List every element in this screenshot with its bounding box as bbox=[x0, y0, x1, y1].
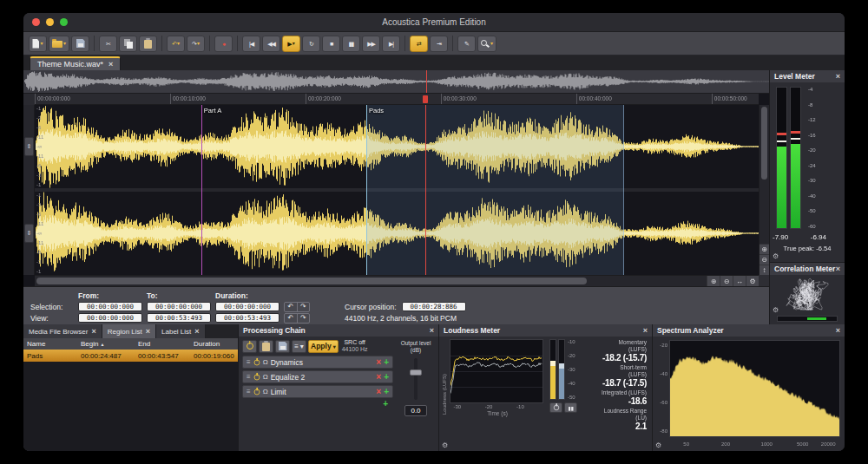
selection-duration-field[interactable]: 00:00:00:000 bbox=[215, 302, 279, 311]
channel-2-resize-handle[interactable]: ⇕ bbox=[24, 224, 34, 243]
close-level-meter-icon[interactable]: × bbox=[836, 72, 840, 81]
drag-handle-icon[interactable]: ≡ bbox=[247, 373, 251, 381]
playhead-handle[interactable] bbox=[423, 95, 428, 103]
new-file-button[interactable]: ▾ bbox=[29, 36, 47, 52]
waveform-area[interactable]: -1-3-6-11-∞-11-6-3-1 -1-3-6-11-∞-11-6-3-… bbox=[35, 105, 759, 275]
play-button[interactable]: ▶▾ bbox=[282, 36, 300, 52]
close-loudness-meter-icon[interactable]: × bbox=[643, 326, 648, 335]
remove-effect-icon[interactable]: × bbox=[376, 358, 381, 367]
close-tab-icon[interactable]: × bbox=[194, 328, 199, 336]
loudness-power-button[interactable] bbox=[549, 402, 562, 413]
stop-button[interactable]: ■ bbox=[322, 36, 340, 52]
column-name[interactable]: Name bbox=[23, 340, 77, 348]
open-file-button[interactable]: ▾ bbox=[49, 36, 69, 52]
view-undo-icon[interactable]: ↶ bbox=[285, 314, 297, 323]
output-level-slider[interactable] bbox=[414, 358, 418, 400]
chain-paste-button[interactable] bbox=[259, 340, 273, 353]
undo-button[interactable]: ↶▾ bbox=[167, 36, 185, 52]
zoom-tool-button[interactable]: ▾ bbox=[477, 36, 496, 52]
horizontal-scrollbar-thumb[interactable] bbox=[36, 278, 587, 284]
overview-waveform-canvas[interactable] bbox=[23, 71, 769, 92]
marker-part-a[interactable]: Part A bbox=[201, 105, 202, 275]
rewind-button[interactable]: ◀◀ bbox=[262, 36, 280, 52]
headphones-icon[interactable]: Ω bbox=[263, 358, 268, 366]
selection-redo-icon[interactable]: ↷ bbox=[297, 303, 310, 311]
close-tab-icon[interactable]: × bbox=[91, 328, 95, 336]
horizontal-scrollbar[interactable]: ⊕ ⊖ ↔ ⚙ bbox=[35, 275, 759, 286]
paste-button[interactable] bbox=[139, 36, 157, 52]
loop-button[interactable]: ↻ bbox=[302, 36, 320, 52]
fast-forward-button[interactable]: ▶▶ bbox=[362, 36, 380, 52]
overview-waveform[interactable] bbox=[23, 70, 769, 93]
chain-menu-button[interactable]: ≡▾ bbox=[292, 340, 306, 353]
remove-effect-icon[interactable]: × bbox=[376, 373, 381, 382]
vertical-zoom-in-button[interactable]: ⊕ bbox=[760, 244, 769, 254]
view-duration-field[interactable]: 00:00:53:493 bbox=[215, 313, 279, 323]
close-tab-icon[interactable]: × bbox=[108, 61, 113, 69]
effect-power-icon[interactable] bbox=[253, 359, 260, 365]
selection-to-field[interactable]: 00:00:00:000 bbox=[147, 302, 211, 311]
channel-1-resize-handle[interactable]: ⇕ bbox=[24, 137, 34, 156]
document-tab[interactable]: Theme Music.wav* × bbox=[30, 56, 121, 70]
table-row[interactable]: Pads 00:00:24:487 00:00:43:547 00:00:19:… bbox=[23, 350, 238, 362]
zoom-out-button[interactable]: ⊖ bbox=[720, 276, 733, 286]
chain-save-button[interactable] bbox=[275, 340, 290, 353]
vertical-zoom-fit-button[interactable]: ↕ bbox=[760, 265, 769, 275]
headphones-icon[interactable]: Ω bbox=[263, 373, 268, 381]
close-processing-chain-icon[interactable]: × bbox=[430, 326, 434, 335]
add-effect-button[interactable]: + bbox=[383, 400, 388, 408]
vertical-scrollbar-thumb[interactable] bbox=[761, 107, 767, 180]
close-correlation-meter-icon[interactable]: × bbox=[836, 265, 840, 273]
minimize-window-button[interactable] bbox=[46, 18, 54, 26]
apply-button[interactable]: Apply▾ bbox=[308, 340, 339, 353]
vertical-zoom-out-button[interactable]: ⊖ bbox=[760, 254, 769, 265]
go-to-start-button[interactable]: |◀ bbox=[242, 36, 260, 52]
add-effect-icon[interactable]: + bbox=[384, 388, 389, 396]
editor-settings-wrench-icon[interactable]: ⚙ bbox=[746, 276, 759, 286]
tab-label-list[interactable]: Label List × bbox=[156, 324, 206, 338]
selection-region[interactable] bbox=[366, 105, 624, 275]
headphones-icon[interactable]: Ω bbox=[263, 388, 268, 395]
level-meter-wrench-icon[interactable]: ⚙ bbox=[773, 253, 779, 260]
marker-pads[interactable]: Pads bbox=[366, 105, 367, 275]
record-button[interactable]: ● bbox=[214, 36, 233, 52]
zoom-fit-button[interactable]: ↔ bbox=[733, 276, 746, 286]
loudness-pause-button[interactable]: ▮▮ bbox=[564, 402, 577, 413]
loudness-wrench-icon[interactable]: ⚙ bbox=[442, 442, 448, 449]
copy-button[interactable] bbox=[119, 36, 137, 52]
add-effect-icon[interactable]: + bbox=[384, 373, 389, 382]
redo-button[interactable]: ↷▾ bbox=[187, 36, 205, 52]
cut-button[interactable]: ✂ bbox=[99, 36, 117, 52]
effect-row-limit[interactable]: ≡ Ω Limit × + bbox=[242, 385, 393, 398]
effect-row-equalize[interactable]: ≡ Ω Equalize 2 × + bbox=[242, 370, 393, 383]
column-begin[interactable]: Begin▲ bbox=[77, 340, 135, 348]
effect-power-icon[interactable] bbox=[253, 389, 260, 395]
remove-effect-icon[interactable]: × bbox=[376, 388, 381, 396]
drag-handle-icon[interactable]: ≡ bbox=[247, 388, 251, 395]
drag-handle-icon[interactable]: ≡ bbox=[247, 358, 251, 366]
pause-button[interactable]: ▮▮ bbox=[342, 36, 360, 52]
view-from-field[interactable]: 00:00:00:000 bbox=[78, 313, 142, 323]
view-to-field[interactable]: 00:00:53:493 bbox=[147, 313, 211, 323]
maximize-window-button[interactable] bbox=[60, 18, 68, 26]
go-to-end-button[interactable]: ▶| bbox=[382, 36, 400, 52]
tab-media-file-browser[interactable]: Media File Browser × bbox=[23, 324, 102, 338]
chain-power-button[interactable] bbox=[242, 340, 257, 353]
edit-tool-button[interactable]: ✎ bbox=[457, 36, 476, 52]
correlation-wrench-icon[interactable]: ⚙ bbox=[773, 307, 779, 314]
save-button[interactable] bbox=[71, 36, 89, 52]
follow-cursor-toggle[interactable]: ⇥ bbox=[430, 36, 448, 52]
vertical-scrollbar[interactable]: ⊕ ⊖ ↕ bbox=[759, 105, 769, 275]
spectrum-wrench-icon[interactable]: ⚙ bbox=[655, 442, 661, 449]
tab-region-list[interactable]: Region List × bbox=[102, 324, 156, 338]
close-spectrum-analyzer-icon[interactable]: × bbox=[836, 326, 840, 335]
loop-playback-toggle[interactable]: ⇄ bbox=[410, 36, 428, 52]
selection-from-field[interactable]: 00:00:00:000 bbox=[78, 302, 142, 311]
effect-power-icon[interactable] bbox=[253, 374, 260, 380]
add-effect-icon[interactable]: + bbox=[384, 358, 389, 367]
view-redo-icon[interactable]: ↷ bbox=[297, 314, 310, 323]
effect-row-dynamics[interactable]: ≡ Ω Dynamics × + bbox=[242, 356, 393, 369]
output-level-value[interactable]: 0.0 bbox=[404, 405, 427, 416]
cursor-position-field[interactable]: 00:00:28:886 bbox=[402, 302, 466, 311]
close-window-button[interactable] bbox=[32, 18, 40, 26]
